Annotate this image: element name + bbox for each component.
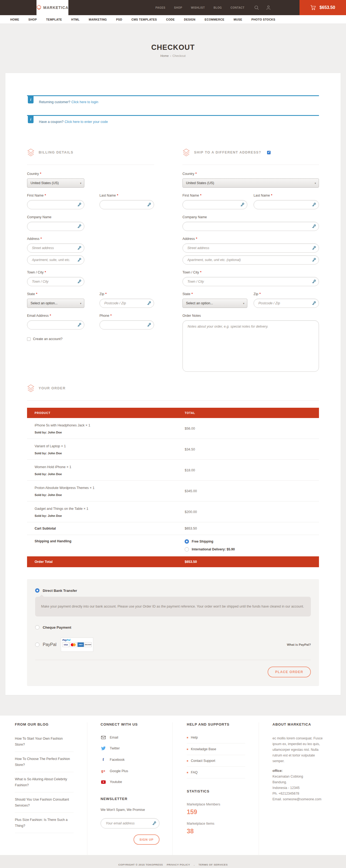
payment-method-bank[interactable]: Direct Bank Transfer xyxy=(35,588,311,593)
cart-subtotal-row: Cart Subtotal $653.50 xyxy=(27,522,319,535)
billing-street-input[interactable] xyxy=(27,243,84,253)
billing-last-name-input[interactable] xyxy=(100,200,154,209)
page-header: CHECKOUT Home›Checkout xyxy=(0,24,346,73)
blog-link[interactable]: Should You Use Fashion Consultant Servic… xyxy=(15,797,73,813)
social-link-email[interactable]: Email xyxy=(101,736,160,739)
key-icon xyxy=(312,301,316,305)
shipping-option-international[interactable]: International Delivery: $5.90 xyxy=(185,547,319,552)
blog-link[interactable]: How To Start Your Own Fashion Store? xyxy=(15,736,73,752)
billing-company-input[interactable] xyxy=(27,222,84,231)
billing-apartment-input[interactable] xyxy=(27,255,84,265)
shipping-country-select[interactable]: United States (US)▾ xyxy=(182,179,319,188)
ship-different-checkbox[interactable] xyxy=(267,151,271,154)
layers-icon xyxy=(182,148,190,156)
chevron-down-icon: ▾ xyxy=(315,182,316,185)
radio-icon[interactable] xyxy=(35,643,39,647)
address-line: Indonesia - 12345 xyxy=(273,785,327,791)
billing-address-label: Address* xyxy=(27,237,84,241)
user-icon[interactable] xyxy=(266,5,271,10)
billing-town-input[interactable] xyxy=(27,277,84,286)
radio-selected-icon[interactable] xyxy=(35,588,39,593)
footer-help-title: HELP AND SUPPORTS xyxy=(187,722,245,726)
social-link-facebook[interactable]: f Facebook xyxy=(101,757,160,762)
breadcrumb-home[interactable]: Home xyxy=(160,54,169,57)
stat-value: 38 xyxy=(187,828,245,835)
link-separator: . xyxy=(194,863,195,866)
social-link-twitter[interactable]: Twitter xyxy=(101,746,160,750)
blog-link[interactable]: Plus Size Fashion: Is There Such a Thing… xyxy=(15,817,73,833)
place-order-button[interactable]: PLACE ORDER xyxy=(268,666,311,677)
product-seller: Sold by: John Doe xyxy=(35,431,185,434)
billing-first-name-input[interactable] xyxy=(27,200,84,209)
order-row: Women Hold iPhone × 1Sold by: John Doe $… xyxy=(27,460,319,480)
billing-email-input[interactable] xyxy=(27,320,84,330)
billing-company-label: Company Name xyxy=(27,215,84,219)
shipping-option-free[interactable]: Free Shipping xyxy=(185,539,319,544)
coupon-link[interactable]: Click here to enter your code xyxy=(65,120,108,124)
blog-link[interactable]: How To Choose The Perfect Fashion Store? xyxy=(15,756,73,772)
menu-item-marketing[interactable]: MARKETING xyxy=(89,18,107,21)
shipping-last-name-input[interactable] xyxy=(253,200,319,209)
menu-item-html[interactable]: HTML xyxy=(71,18,79,21)
signup-button[interactable]: SIGN UP xyxy=(134,834,160,845)
shipping-first-name-input[interactable] xyxy=(182,200,247,209)
product-total: $200.00 xyxy=(185,507,319,517)
payment-method-cheque[interactable]: Cheque Payment xyxy=(35,625,311,629)
radio-selected-icon[interactable] xyxy=(185,539,189,544)
newsletter-email-input[interactable] xyxy=(101,818,160,829)
blog-link[interactable]: What is So Alluring About Celebrity Fash… xyxy=(15,776,73,793)
shipping-zip-input[interactable] xyxy=(253,299,319,308)
social-link-youtube[interactable]: Youtube xyxy=(101,780,160,784)
menu-item-template[interactable]: TEMPLATE xyxy=(46,18,62,21)
social-link-googleplus[interactable]: g+ Google Plus xyxy=(101,769,160,773)
top-nav-blog[interactable]: BLOG xyxy=(213,6,222,9)
billing-zip-input[interactable] xyxy=(100,299,154,308)
shipping-street-input[interactable] xyxy=(182,243,319,253)
site-footer: FROM OUR BLOG How To Start Your Own Fash… xyxy=(0,716,346,855)
billing-country-label: Country* xyxy=(27,172,84,176)
menu-item-cms-templates[interactable]: CMS TEMPLATES xyxy=(131,18,157,21)
radio-icon[interactable] xyxy=(35,625,39,629)
login-link[interactable]: Click here to login xyxy=(71,100,98,104)
logo[interactable]: MARKETICA xyxy=(36,0,68,15)
top-nav-contact[interactable]: CONTACT xyxy=(231,6,245,9)
help-link[interactable]: FAQ xyxy=(187,771,245,778)
help-link[interactable]: Knowladge Base xyxy=(187,747,245,755)
help-link[interactable]: Help xyxy=(187,736,245,743)
what-is-paypal-link[interactable]: What is PayPal? xyxy=(287,643,311,646)
menu-item-photo-stocks[interactable]: PHOTO STOCKS xyxy=(251,18,275,21)
cart-button[interactable]: $653.50 xyxy=(300,0,346,15)
billing-country-select[interactable]: United States (US)▾ xyxy=(27,179,84,188)
googleplus-icon: g+ xyxy=(101,769,106,773)
help-link[interactable]: Contact Support xyxy=(187,759,245,767)
shipping-apartment-input[interactable] xyxy=(182,255,319,265)
shipping-town-input[interactable] xyxy=(182,277,319,286)
menu-item-psd[interactable]: PSD xyxy=(116,18,122,21)
create-account-checkbox[interactable] xyxy=(27,337,31,341)
search-icon[interactable] xyxy=(254,5,259,10)
key-icon xyxy=(312,203,316,207)
radio-icon[interactable] xyxy=(185,547,189,552)
product-seller: Sold by: John Doe xyxy=(35,514,185,517)
top-nav-pages[interactable]: PAGES xyxy=(155,6,166,9)
menu-item-shop[interactable]: SHOP xyxy=(28,18,37,21)
terms-link[interactable]: TERMS OF SERVICES xyxy=(198,863,228,866)
menu-item-home[interactable]: HOME xyxy=(10,18,19,21)
payment-method-paypal[interactable]: PayPal PayPal VISA AMEX DISCOVER What is… xyxy=(35,638,311,652)
top-nav-shop[interactable]: SHOP xyxy=(174,6,182,9)
top-nav-wishlist[interactable]: WISHLIST xyxy=(191,6,205,9)
privacy-policy-link[interactable]: PRIVACY POLICY xyxy=(167,863,190,866)
shipping-header: SHIP TO A DIFFERENT ADDRESS? xyxy=(182,148,319,157)
order-row: iPhone 5s with Headphones Jack × 1Sold b… xyxy=(27,418,319,439)
shipping-company-input[interactable] xyxy=(182,222,319,231)
menu-item-muse[interactable]: MUSE xyxy=(234,18,242,21)
shipping-options: Free Shipping International Delivery: $5… xyxy=(185,539,319,552)
menu-item-design[interactable]: DESIGN xyxy=(184,18,196,21)
order-notes-textarea[interactable] xyxy=(182,320,319,372)
menu-item-code[interactable]: CODE xyxy=(166,18,175,21)
billing-state-select[interactable]: Select an option...▾ xyxy=(27,299,84,308)
billing-phone-input[interactable] xyxy=(100,320,154,330)
office-label: office: xyxy=(273,769,327,773)
menu-item-ecommerce[interactable]: ECOMMERCE xyxy=(205,18,224,21)
shipping-state-select[interactable]: Select an option...▾ xyxy=(182,299,247,308)
